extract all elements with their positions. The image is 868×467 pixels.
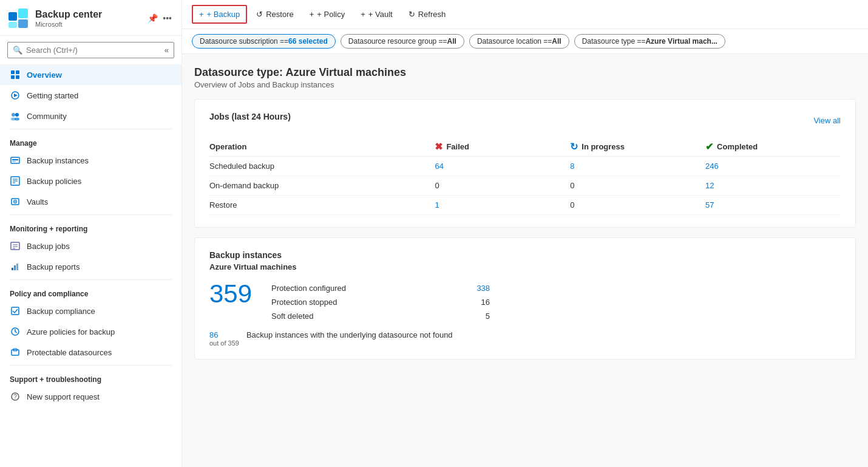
col-completed-label: Completed [717, 142, 758, 151]
restore-button[interactable]: ↺ Restore [249, 5, 300, 23]
filter-subscription-label: Datasource subscription == [200, 37, 288, 46]
svg-point-13 [15, 118, 19, 121]
col-header-failed: ✖ Failed [435, 137, 570, 157]
sidebar-item-community[interactable]: Community [0, 106, 181, 126]
filter-subscription[interactable]: Datasource subscription == 66 selected [192, 34, 336, 49]
divider-support [10, 365, 172, 366]
col-header-operation: Operation [209, 137, 435, 157]
jobs-table: Operation ✖ Failed ↻ In progress [209, 137, 841, 215]
sidebar-item-label-new-support: New support request [27, 392, 100, 401]
app-title-block: Backup center Microsoft [35, 9, 141, 27]
sidebar-item-backup-instances[interactable]: Backup instances [0, 150, 181, 171]
instances-detail-2: Soft deleted 5 [271, 309, 490, 323]
svg-point-23 [15, 201, 16, 202]
view-all-link[interactable]: View all [813, 116, 841, 125]
jobs-card-title: Jobs (last 24 Hours) [209, 112, 291, 121]
policy-button[interactable]: + + Policy [303, 5, 351, 23]
backup-button[interactable]: + + Backup [192, 5, 247, 24]
filter-type[interactable]: Datasource type == Azure Virtual mach... [574, 34, 725, 49]
jobs-header: Jobs (last 24 Hours) View all [209, 112, 841, 129]
page-subtitle: Overview of Jobs and Backup instances [194, 80, 856, 89]
sidebar-item-backup-compliance[interactable]: Backup compliance [0, 301, 181, 321]
svg-rect-0 [8, 12, 17, 21]
sidebar-item-vaults[interactable]: Vaults [0, 191, 181, 212]
svg-text:?: ? [13, 394, 17, 400]
sidebar-item-label-backup-instances: Backup instances [27, 156, 89, 165]
more-icon[interactable]: ••• [163, 13, 172, 23]
sidebar: Backup center Microsoft 📌 ••• 🔍 « Overvi… [0, 0, 182, 467]
restore-button-label: Restore [266, 10, 294, 19]
sidebar-item-getting-started[interactable]: Getting started [0, 85, 181, 106]
app-subtitle: Microsoft [35, 21, 141, 28]
job-failed-2[interactable]: 1 [435, 196, 570, 215]
vault-plus-icon: + [361, 10, 365, 19]
refresh-icon: ↻ [409, 10, 415, 19]
job-completed-2[interactable]: 57 [705, 196, 841, 215]
sidebar-item-label-protectable: Protectable datasources [27, 348, 112, 357]
sidebar-item-label-backup-policies: Backup policies [27, 177, 81, 186]
filter-resource-group[interactable]: Datasource resource group == All [341, 34, 464, 49]
sidebar-item-backup-jobs[interactable]: Backup jobs [0, 236, 181, 256]
svg-point-11 [15, 113, 19, 117]
protectable-icon [10, 347, 21, 358]
instances-footer-left: 86 out of 359 [209, 330, 239, 347]
job-operation-0: Scheduled backup [209, 157, 435, 176]
detail-val-2: 5 [486, 312, 490, 321]
policy-plus-icon: + [310, 10, 314, 19]
refresh-button[interactable]: ↻ Refresh [402, 5, 453, 23]
sidebar-item-label-vaults: Vaults [27, 197, 48, 206]
detail-val-0[interactable]: 338 [476, 284, 490, 293]
sidebar-item-label-backup-reports: Backup reports [27, 262, 80, 271]
divider-manage [10, 129, 172, 129]
job-completed-0[interactable]: 246 [705, 157, 841, 176]
job-failed-0[interactable]: 64 [435, 157, 570, 176]
job-operation-1: On-demand backup [209, 176, 435, 196]
failed-status-icon: ✖ [435, 141, 442, 152]
svg-point-10 [12, 113, 15, 117]
detail-label-0: Protection configured [271, 284, 346, 293]
detail-label-2: Soft deleted [271, 312, 313, 321]
instances-layout: 359 Protection configured 338 Protection… [209, 281, 841, 323]
sidebar-item-backup-reports[interactable]: Backup reports [0, 256, 181, 277]
instances-card: Backup instances Azure Virtual machines … [194, 237, 856, 360]
svg-rect-3 [8, 22, 17, 28]
svg-rect-6 [11, 75, 15, 79]
instances-footer: 86 out of 359 Backup instances with the … [209, 330, 841, 347]
backup-policies-icon [10, 176, 21, 186]
job-inprogress-0[interactable]: 8 [570, 157, 705, 176]
sidebar-item-new-support[interactable]: ? New support request [0, 386, 181, 407]
toolbar: + + Backup ↺ Restore + + Policy + + Vaul… [182, 0, 868, 29]
divider-monitoring [10, 214, 172, 215]
section-policy: Policy and compliance [0, 282, 181, 301]
header-actions: 📌 ••• [147, 13, 172, 23]
collapse-icon[interactable]: « [164, 46, 169, 55]
section-monitoring: Monitoring + reporting [0, 217, 181, 236]
filter-bar: Datasource subscription == 66 selected D… [182, 29, 868, 54]
col-inprogress-label: In progress [581, 142, 625, 151]
sidebar-item-overview[interactable]: Overview [0, 64, 181, 85]
search-input[interactable] [26, 46, 161, 55]
completed-status-icon: ✔ [705, 141, 713, 152]
sidebar-item-azure-policies[interactable]: Azure policies for backup [0, 321, 181, 342]
job-completed-1[interactable]: 12 [705, 176, 841, 196]
sidebar-item-backup-policies[interactable]: Backup policies [0, 171, 181, 191]
svg-rect-33 [12, 350, 19, 355]
job-inprogress-2: 0 [570, 196, 705, 215]
filter-rg-label: Datasource resource group == [348, 37, 447, 46]
refresh-button-label: Refresh [418, 10, 446, 19]
job-operation-2: Restore [209, 196, 435, 215]
svg-rect-30 [16, 264, 18, 270]
sidebar-header: Backup center Microsoft 📌 ••• [0, 0, 181, 36]
vault-button[interactable]: + + Vault [354, 5, 399, 23]
sidebar-item-protectable[interactable]: Protectable datasources [0, 342, 181, 363]
backup-jobs-icon [10, 240, 21, 251]
pin-icon[interactable]: 📌 [147, 13, 158, 23]
filter-location[interactable]: Datasource location == All [469, 34, 569, 49]
instances-total[interactable]: 359 [209, 281, 252, 307]
svg-rect-1 [18, 9, 28, 18]
getting-started-icon [10, 90, 21, 101]
instances-footer-count[interactable]: 86 [209, 330, 239, 339]
job-inprogress-1: 0 [570, 176, 705, 196]
svg-rect-4 [11, 70, 15, 74]
col-failed-label: Failed [446, 142, 469, 151]
